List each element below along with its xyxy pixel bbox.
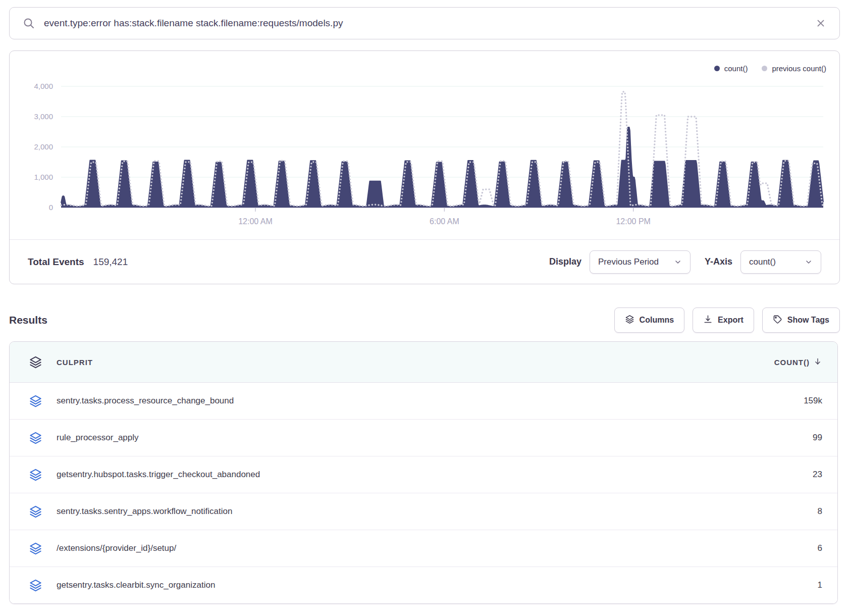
table-row: sentry.tasks.sentry_apps.workflow_notifi… (10, 493, 837, 530)
svg-text:6:00 AM: 6:00 AM (430, 217, 459, 226)
columns-button-label: Columns (640, 316, 674, 325)
svg-text:2,000: 2,000 (34, 142, 53, 151)
show-tags-button-label: Show Tags (787, 316, 829, 325)
display-label: Display (549, 256, 581, 267)
columns-button[interactable]: Columns (614, 307, 684, 333)
culprit-cell: /extensions/{provider_id}/setup/ (57, 543, 176, 553)
count-cell: 6 (818, 543, 822, 553)
culprit-column-header[interactable]: CULPRIT (57, 358, 93, 367)
chevron-down-icon (674, 258, 682, 266)
svg-text:12:00 AM: 12:00 AM (238, 217, 273, 226)
culprit-cell: getsentry.tasks.clearbit.sync_organizati… (57, 580, 215, 590)
count-legend-label: count() (724, 64, 748, 73)
count-legend-dot (714, 66, 720, 71)
yaxis-dropdown[interactable]: count() (740, 250, 821, 274)
previous-count-legend-dot (762, 66, 767, 71)
display-dropdown[interactable]: Previous Period (590, 250, 691, 274)
culprit-cell: sentry.tasks.process_resource_change_bou… (57, 396, 234, 406)
table-row: sentry.tasks.process_resource_change_bou… (10, 383, 837, 420)
table-row: /extensions/{provider_id}/setup/ 6 (10, 530, 837, 567)
count-cell: 8 (818, 506, 822, 517)
stack-layers-icon[interactable] (29, 394, 42, 408)
display-dropdown-value: Previous Period (598, 257, 659, 267)
stack-layers-icon[interactable] (29, 355, 42, 369)
svg-text:12:00 PM: 12:00 PM (616, 217, 650, 226)
sort-descending-icon (813, 357, 822, 368)
previous-count-legend-label: previous count() (772, 64, 826, 73)
legend-item-previous-count[interactable]: previous count() (762, 64, 826, 73)
chevron-down-icon (805, 258, 813, 266)
chart-legend: count() previous count() (714, 64, 826, 73)
stack-layers-icon[interactable] (29, 431, 42, 445)
yaxis-label: Y-Axis (705, 256, 732, 267)
yaxis-dropdown-value: count() (749, 257, 776, 267)
chart-footer: Total Events 159,421 Display Previous Pe… (10, 239, 839, 284)
svg-text:4,000: 4,000 (34, 82, 53, 90)
discover-page: 01,0002,0003,0004,00012:00 AM6:00 AM12:0… (0, 0, 849, 616)
stack-layers-icon[interactable] (29, 542, 42, 555)
export-button-label: Export (718, 316, 744, 325)
results-title: Results (9, 314, 47, 326)
table-header-row: CULPRIT COUNT() (10, 342, 837, 383)
search-input[interactable] (43, 17, 815, 29)
count-cell: 23 (813, 470, 822, 480)
columns-icon (625, 315, 634, 326)
events-area-chart: 01,0002,0003,0004,00012:00 AM6:00 AM12:0… (10, 51, 840, 229)
table-row: rule_processor_apply 99 (10, 420, 837, 456)
table-row: getsentry.tasks.clearbit.sync_organizati… (10, 567, 837, 603)
count-column-header[interactable]: COUNT() (774, 357, 822, 368)
tag-icon (773, 315, 782, 326)
total-events-value: 159,421 (93, 256, 128, 268)
events-chart-panel: 01,0002,0003,0004,00012:00 AM6:00 AM12:0… (9, 50, 840, 284)
search-icon (23, 17, 35, 29)
legend-item-count[interactable]: count() (714, 64, 748, 73)
results-table: CULPRIT COUNT() sentry.tasks.process_res… (9, 341, 838, 604)
stack-layers-icon[interactable] (29, 505, 42, 519)
count-cell: 159k (804, 396, 822, 406)
table-row: getsentry.hubspot.tasks.trigger_checkout… (10, 456, 837, 493)
count-cell: 1 (818, 580, 822, 590)
total-events-label: Total Events (28, 256, 84, 268)
svg-text:0: 0 (49, 203, 53, 212)
culprit-cell: rule_processor_apply (57, 433, 139, 443)
svg-text:3,000: 3,000 (34, 112, 53, 121)
export-download-icon (703, 315, 713, 326)
culprit-cell: sentry.tasks.sentry_apps.workflow_notifi… (57, 506, 232, 517)
close-icon[interactable] (815, 18, 826, 29)
count-cell: 99 (813, 433, 822, 443)
stack-layers-icon[interactable] (29, 579, 42, 592)
results-bar: Results Columns Export (9, 306, 840, 334)
svg-text:1,000: 1,000 (34, 173, 53, 181)
export-button[interactable]: Export (693, 307, 754, 333)
culprit-cell: getsentry.hubspot.tasks.trigger_checkout… (57, 470, 260, 480)
show-tags-button[interactable]: Show Tags (762, 307, 840, 333)
stack-layers-icon[interactable] (29, 468, 42, 482)
search-bar (9, 7, 840, 39)
count-column-header-label: COUNT() (774, 358, 810, 367)
